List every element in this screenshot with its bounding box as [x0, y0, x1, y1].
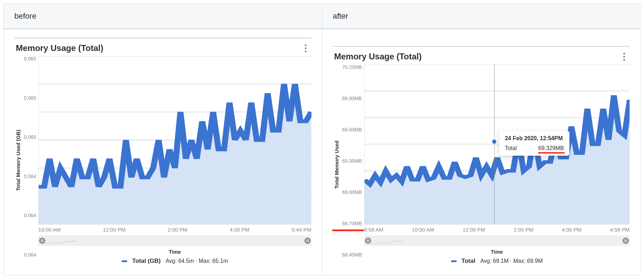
column-header-after: after	[322, 4, 640, 28]
y-tick: 0.065	[24, 134, 36, 140]
y-tick: 0.064	[24, 213, 36, 218]
y-tick: 0.065	[24, 56, 36, 61]
comparison-table: before after Memory Usage (Total) Total …	[4, 4, 640, 275]
chart-legend: Total (GB) Avg: 64.5m · Max: 65.1m	[38, 258, 311, 265]
x-tick: 12:00 PM	[463, 227, 485, 233]
x-tick: 2:00 PM	[514, 227, 533, 233]
chart-panel-before: Memory Usage (Total) Total Memory Used (…	[14, 38, 311, 265]
chart-title: Memory Usage (Total)	[334, 52, 422, 61]
legend-series-name: Total (GB)	[132, 258, 161, 265]
x-tick: 10:00 AM	[412, 227, 434, 233]
column-header-before: before	[4, 4, 322, 28]
x-axis-ticks: 8:58 AM 10:00 AM 12:00 PM 2:00 PM 4:00 P…	[364, 225, 630, 233]
x-axis-ticks: 10:00 AM 12:00 PM 2:00 PM 4:00 PM 5:44 P…	[38, 225, 311, 233]
chart-plot-area[interactable]: 24 Feb 2020, 12:54PMTotal69.329MB	[364, 64, 630, 225]
scrubber-handle-right[interactable]	[623, 238, 629, 244]
chart-title: Memory Usage (Total)	[16, 43, 103, 53]
chart-panel-after: Memory Usage (Total) Total Memory Used 7…	[333, 46, 630, 265]
scrubber-handle-right[interactable]	[304, 238, 311, 244]
cell-before: Memory Usage (Total) Total Memory Used (…	[4, 29, 322, 275]
x-tick: 12:00 PM	[103, 227, 125, 233]
table-header-row: before after	[4, 4, 640, 29]
time-scrubber[interactable]	[38, 235, 311, 246]
y-tick: 68.70MB	[342, 221, 362, 226]
x-tick: 8:58 AM	[364, 227, 384, 233]
y-tick: 69.60MB	[342, 127, 362, 132]
y-tick: 69.90MB	[342, 96, 362, 101]
more-icon[interactable]	[302, 44, 310, 52]
y-tick: 0.064	[24, 174, 36, 179]
y-tick: 0.064	[24, 252, 36, 258]
tooltip-series-value: 69.329MB	[538, 145, 564, 151]
chart-legend: Total Avg: 69.1M · Max: 69.9M	[364, 258, 630, 265]
x-tick: 4:00 PM	[562, 227, 581, 233]
y-tick: 68.40MB	[342, 252, 362, 258]
x-tick: 5:44 PM	[292, 227, 311, 233]
legend-series-stats: Avg: 69.1M · Max: 69.9M	[480, 258, 543, 264]
chart-hover-point	[492, 140, 496, 144]
chart-plot-area[interactable]	[38, 56, 311, 225]
x-tick: 4:58 PM	[610, 227, 630, 233]
legend-series-name: Total	[462, 258, 475, 265]
cell-after: Memory Usage (Total) Total Memory Used 7…	[322, 29, 640, 275]
annotation-underline	[538, 152, 565, 154]
legend-swatch	[122, 260, 127, 262]
more-icon[interactable]	[620, 53, 628, 61]
y-tick: 0.065	[24, 95, 36, 101]
y-axis-ticks: 0.065 0.065 0.065 0.064 0.064 0.064	[22, 56, 38, 265]
y-axis-label: Total Memory Used (GB)	[14, 56, 22, 265]
y-tick: 69.30MB	[342, 158, 362, 164]
x-axis-label: Time	[38, 249, 311, 255]
y-tick: 69.00MB	[342, 189, 362, 195]
x-tick: 2:00 PM	[168, 227, 187, 233]
chart-tooltip: 24 Feb 2020, 12:54PMTotal69.329MB	[499, 131, 569, 156]
time-scrubber[interactable]	[364, 235, 630, 246]
x-tick: 10:00 AM	[38, 227, 60, 233]
tooltip-series-label: Total	[505, 145, 517, 151]
chart-hover-line	[494, 64, 495, 224]
x-tick: 4:00 PM	[230, 227, 249, 233]
y-axis-label: Total Memory Used	[333, 64, 340, 265]
tooltip-title: 24 Feb 2020, 12:54PM	[505, 135, 564, 142]
legend-swatch	[451, 260, 457, 262]
legend-series-stats: Avg: 64.5m · Max: 65.1m	[166, 258, 228, 264]
annotation-underline	[332, 229, 364, 231]
y-axis-ticks: 70.20MB 69.90MB 69.60MB 69.30MB 69.00MB …	[340, 64, 364, 265]
y-tick: 70.20MB	[342, 64, 362, 70]
x-axis-label: Time	[364, 249, 630, 255]
